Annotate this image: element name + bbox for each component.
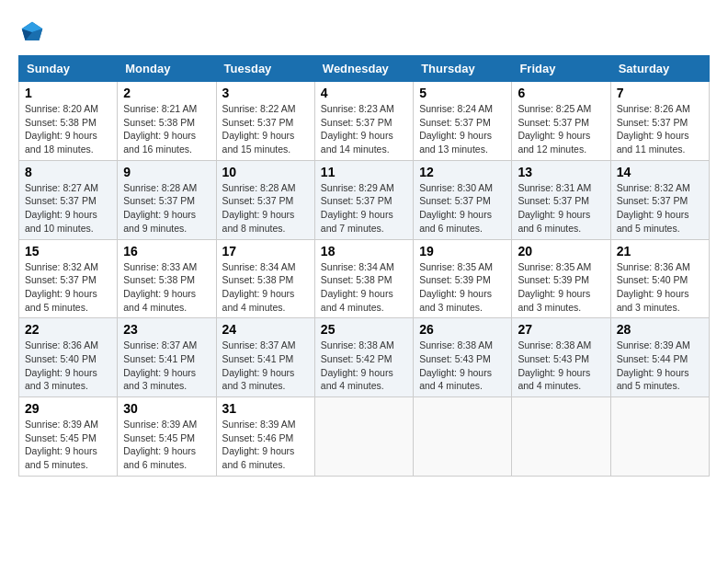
calendar-cell: 28 Sunrise: 8:39 AM Sunset: 5:44 PM Dayl… [610,318,709,397]
day-info: Sunrise: 8:30 AM Sunset: 5:37 PM Dayligh… [419,181,506,236]
weekday-header-sunday: Sunday [19,56,118,82]
weekday-header-monday: Monday [118,56,216,82]
day-number: 10 [222,165,309,179]
calendar-cell: 23 Sunrise: 8:37 AM Sunset: 5:41 PM Dayl… [118,318,216,397]
calendar-cell [512,397,610,477]
day-number: 23 [123,322,210,337]
calendar-cell: 25 Sunrise: 8:38 AM Sunset: 5:42 PM Dayl… [314,318,413,397]
calendar-cell: 12 Sunrise: 8:30 AM Sunset: 5:37 PM Dayl… [414,160,512,239]
day-number: 15 [25,244,111,259]
day-info: Sunrise: 8:28 AM Sunset: 5:37 PM Dayligh… [123,181,210,236]
day-info: Sunrise: 8:35 AM Sunset: 5:39 PM Dayligh… [419,260,506,315]
page-header [18,18,710,46]
day-info: Sunrise: 8:27 AM Sunset: 5:37 PM Dayligh… [25,181,111,236]
day-number: 7 [617,86,703,100]
calendar-cell: 7 Sunrise: 8:26 AM Sunset: 5:37 PM Dayli… [610,82,709,161]
day-number: 16 [123,244,210,259]
calendar-cell: 21 Sunrise: 8:36 AM Sunset: 5:40 PM Dayl… [610,239,709,318]
day-number: 9 [123,165,210,179]
day-number: 31 [222,401,309,416]
day-number: 19 [419,244,506,259]
calendar-cell: 2 Sunrise: 8:21 AM Sunset: 5:38 PM Dayli… [118,82,216,161]
calendar-cell: 27 Sunrise: 8:38 AM Sunset: 5:43 PM Dayl… [512,318,610,397]
day-info: Sunrise: 8:32 AM Sunset: 5:37 PM Dayligh… [25,260,111,315]
day-number: 12 [419,165,506,179]
calendar-cell: 26 Sunrise: 8:38 AM Sunset: 5:43 PM Dayl… [414,318,512,397]
day-info: Sunrise: 8:26 AM Sunset: 5:37 PM Dayligh… [617,102,703,156]
day-number: 26 [419,322,506,337]
calendar-cell: 13 Sunrise: 8:31 AM Sunset: 5:37 PM Dayl… [512,160,610,239]
day-info: Sunrise: 8:35 AM Sunset: 5:39 PM Dayligh… [518,260,604,315]
day-info: Sunrise: 8:24 AM Sunset: 5:37 PM Dayligh… [419,102,506,156]
day-info: Sunrise: 8:39 AM Sunset: 5:45 PM Dayligh… [25,418,111,472]
day-number: 30 [123,401,210,416]
calendar-cell: 17 Sunrise: 8:34 AM Sunset: 5:38 PM Dayl… [216,239,314,318]
day-number: 6 [518,86,604,100]
weekday-header-tuesday: Tuesday [216,56,314,82]
calendar-cell: 20 Sunrise: 8:35 AM Sunset: 5:39 PM Dayl… [512,239,610,318]
day-number: 3 [222,86,309,100]
calendar-cell: 30 Sunrise: 8:39 AM Sunset: 5:45 PM Dayl… [118,397,216,477]
calendar-cell: 24 Sunrise: 8:37 AM Sunset: 5:41 PM Dayl… [216,318,314,397]
calendar-cell: 6 Sunrise: 8:25 AM Sunset: 5:37 PM Dayli… [512,82,610,161]
weekday-header-saturday: Saturday [610,56,709,82]
day-info: Sunrise: 8:39 AM Sunset: 5:44 PM Dayligh… [617,339,703,393]
day-info: Sunrise: 8:33 AM Sunset: 5:38 PM Dayligh… [123,260,210,315]
day-info: Sunrise: 8:31 AM Sunset: 5:37 PM Dayligh… [518,181,604,236]
day-info: Sunrise: 8:21 AM Sunset: 5:38 PM Dayligh… [123,102,210,156]
day-info: Sunrise: 8:20 AM Sunset: 5:38 PM Dayligh… [25,102,111,156]
day-number: 27 [518,322,604,337]
calendar-cell: 16 Sunrise: 8:33 AM Sunset: 5:38 PM Dayl… [118,239,216,318]
day-number: 8 [25,165,111,179]
day-info: Sunrise: 8:22 AM Sunset: 5:37 PM Dayligh… [222,102,309,156]
calendar-cell [414,397,512,477]
day-number: 24 [222,322,309,337]
day-number: 4 [321,86,407,100]
day-info: Sunrise: 8:32 AM Sunset: 5:37 PM Dayligh… [617,181,703,236]
calendar-cell: 14 Sunrise: 8:32 AM Sunset: 5:37 PM Dayl… [610,160,709,239]
day-info: Sunrise: 8:29 AM Sunset: 5:37 PM Dayligh… [321,181,407,236]
day-info: Sunrise: 8:34 AM Sunset: 5:38 PM Dayligh… [321,260,407,315]
day-info: Sunrise: 8:38 AM Sunset: 5:42 PM Dayligh… [321,339,407,393]
calendar-cell: 29 Sunrise: 8:39 AM Sunset: 5:45 PM Dayl… [19,397,118,477]
calendar-cell: 5 Sunrise: 8:24 AM Sunset: 5:37 PM Dayli… [414,82,512,161]
day-info: Sunrise: 8:37 AM Sunset: 5:41 PM Dayligh… [222,339,309,393]
day-info: Sunrise: 8:36 AM Sunset: 5:40 PM Dayligh… [25,339,111,393]
calendar-table: SundayMondayTuesdayWednesdayThursdayFrid… [18,55,710,477]
calendar-cell [610,397,709,477]
weekday-header-friday: Friday [512,56,610,82]
calendar-cell: 1 Sunrise: 8:20 AM Sunset: 5:38 PM Dayli… [19,82,118,161]
calendar-cell: 4 Sunrise: 8:23 AM Sunset: 5:37 PM Dayli… [314,82,413,161]
calendar-cell: 9 Sunrise: 8:28 AM Sunset: 5:37 PM Dayli… [118,160,216,239]
day-number: 2 [123,86,210,100]
weekday-header-wednesday: Wednesday [314,56,413,82]
logo-icon [18,18,46,46]
day-info: Sunrise: 8:37 AM Sunset: 5:41 PM Dayligh… [123,339,210,393]
day-info: Sunrise: 8:34 AM Sunset: 5:38 PM Dayligh… [222,260,309,315]
day-number: 5 [419,86,506,100]
day-number: 28 [617,322,703,337]
logo [18,18,50,46]
day-number: 21 [617,244,703,259]
calendar-cell: 8 Sunrise: 8:27 AM Sunset: 5:37 PM Dayli… [19,160,118,239]
calendar-cell [314,397,413,477]
day-number: 20 [518,244,604,259]
calendar-cell: 31 Sunrise: 8:39 AM Sunset: 5:46 PM Dayl… [216,397,314,477]
day-info: Sunrise: 8:28 AM Sunset: 5:37 PM Dayligh… [222,181,309,236]
day-number: 1 [25,86,111,100]
day-number: 13 [518,165,604,179]
day-info: Sunrise: 8:38 AM Sunset: 5:43 PM Dayligh… [419,339,506,393]
calendar-cell: 10 Sunrise: 8:28 AM Sunset: 5:37 PM Dayl… [216,160,314,239]
day-number: 25 [321,322,407,337]
calendar-cell: 3 Sunrise: 8:22 AM Sunset: 5:37 PM Dayli… [216,82,314,161]
day-info: Sunrise: 8:23 AM Sunset: 5:37 PM Dayligh… [321,102,407,156]
day-number: 14 [617,165,703,179]
calendar-cell: 19 Sunrise: 8:35 AM Sunset: 5:39 PM Dayl… [414,239,512,318]
day-info: Sunrise: 8:39 AM Sunset: 5:45 PM Dayligh… [123,418,210,472]
calendar-cell: 22 Sunrise: 8:36 AM Sunset: 5:40 PM Dayl… [19,318,118,397]
calendar-cell: 15 Sunrise: 8:32 AM Sunset: 5:37 PM Dayl… [19,239,118,318]
day-number: 29 [25,401,111,416]
day-number: 22 [25,322,111,337]
calendar-cell: 18 Sunrise: 8:34 AM Sunset: 5:38 PM Dayl… [314,239,413,318]
day-info: Sunrise: 8:38 AM Sunset: 5:43 PM Dayligh… [518,339,604,393]
